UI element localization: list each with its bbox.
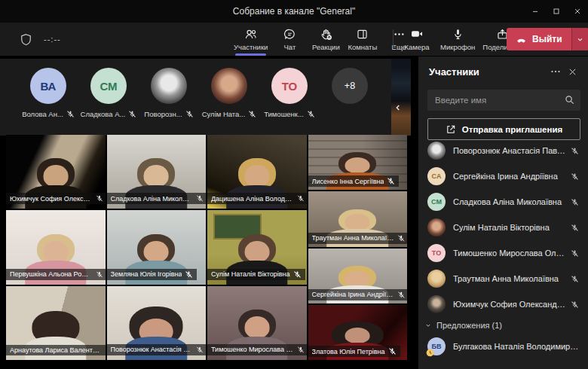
mic-muted-icon: [387, 177, 395, 185]
video-tile[interactable]: Златова Юлія Петрівна: [308, 305, 408, 360]
collapse-chevron-icon: [424, 322, 432, 329]
participant-row[interactable]: СМСладкова Аліна Миколаївна: [418, 189, 588, 215]
filmstrip-item: Поворозн...: [139, 68, 199, 118]
panel-title: Участники: [429, 66, 547, 78]
mic-muted-icon: [196, 346, 204, 354]
video-tile[interactable]: Арнаутова Лариса Валентино...: [6, 286, 106, 360]
participant-avatar[interactable]: [211, 68, 247, 104]
invite-icon: [446, 124, 456, 135]
suggestions-label: Предложения (1): [436, 321, 502, 330]
tab-label: Чат: [284, 43, 296, 51]
participant-row[interactable]: ТОТимошенко Мирослава Олегів...: [418, 240, 588, 266]
participant-row[interactable]: Поворознюк Анастасія Павлівна: [418, 138, 588, 163]
participant-avatar[interactable]: ВА: [30, 68, 66, 104]
video-column: Сладкова Аліна МиколаївнаЗемляна Юлія Іг…: [107, 135, 207, 360]
camera-button[interactable]: Камера: [397, 23, 436, 56]
participant-row[interactable]: САСергейкіна Ірина Андріївна: [418, 163, 588, 189]
chevron-left-icon: [393, 102, 403, 113]
avatar-label: Волова Ан...: [22, 110, 75, 118]
video-tile[interactable]: Траутман Анна Миколаївна: [308, 191, 408, 246]
video-tile[interactable]: Поворознюк Анастасія Пав...: [107, 286, 207, 360]
video-tile[interactable]: Земляна Юлія Ігорівна: [107, 210, 207, 284]
panel-more-button[interactable]: [547, 66, 564, 78]
overflow-avatar[interactable]: +8: [332, 68, 368, 104]
participants-list: Поворознюк Анастасія ПавлівнаСАСергейкін…: [418, 138, 588, 359]
video-tile[interactable]: Сулім Наталія Вікторівна: [207, 210, 307, 284]
participant-avatar: ТО: [427, 244, 446, 262]
mic-muted-icon: [96, 270, 103, 279]
camera-icon: [410, 27, 424, 41]
tab-chat[interactable]: Чат: [271, 23, 308, 56]
avatar-label: Тимошенк...: [264, 110, 315, 118]
video-tile[interactable]: Сладкова Аліна Миколаївна: [107, 135, 207, 209]
video-name-tag: Траутман Анна Миколаївна: [308, 233, 408, 244]
video-name-tag: Земляна Юлія Ігорівна: [107, 269, 198, 280]
video-tile[interactable]: Лисенко Інна Сергіївна: [308, 135, 408, 190]
participant-avatar[interactable]: ТО: [271, 68, 308, 104]
filmstrip-item: Сулім Ната...: [199, 68, 259, 118]
leave-split-button: Выйти: [507, 28, 588, 50]
leave-options-button[interactable]: [571, 28, 588, 50]
mic-muted-icon: [571, 172, 579, 181]
titlebar: Собрание в канале "General": [0, 0, 588, 23]
tab-label: Участники: [234, 43, 268, 51]
filmstrip-item: СМСладкова А...: [78, 68, 139, 118]
minimize-icon: [531, 7, 540, 16]
close-window-button[interactable]: [567, 0, 588, 23]
leave-button[interactable]: Выйти: [507, 28, 571, 50]
video-name-tag: Лисенко Інна Сергіївна: [308, 175, 400, 187]
window-controls: [525, 0, 588, 23]
tab-rooms[interactable]: Комнаты: [344, 23, 381, 56]
video-tile[interactable]: Тимошенко Мирослава Ол...: [207, 286, 307, 360]
video-tile[interactable]: Юхимчук София Олександ...: [6, 135, 106, 209]
video-column: Юхимчук София Олександ...Первушкіна Альо…: [6, 135, 106, 360]
video-name-tag: Сладкова Аліна Миколаївна: [107, 193, 207, 204]
mic-muted-icon: [248, 110, 256, 118]
video-tile[interactable]: Первушкіна Альона Романі...: [6, 210, 106, 284]
send-invitation-button[interactable]: Отправка приглашения: [427, 118, 580, 140]
filmstrip-collapse-button[interactable]: [393, 102, 403, 116]
mic-muted-icon: [297, 194, 305, 203]
video-grid: Юхимчук София Олександ...Первушкіна Альо…: [6, 135, 407, 360]
video-name-tag: Сулім Наталія Вікторівна: [207, 269, 305, 280]
participant-name: Траутман Анна Миколаївна: [453, 274, 566, 283]
participant-avatar: СА: [427, 167, 446, 185]
reactions-icon: [320, 28, 332, 41]
minimize-button[interactable]: [525, 0, 546, 23]
mic-muted-icon: [66, 110, 75, 118]
video-tile[interactable]: Сергейкіна Ірина Андріївна: [308, 249, 408, 303]
microphone-button[interactable]: Микрофон: [436, 23, 479, 56]
maximize-button[interactable]: [546, 0, 567, 23]
panel-close-button[interactable]: [564, 67, 580, 77]
video-name-tag: Поворознюк Анастасія Пав...: [107, 344, 207, 355]
rooms-icon: [356, 28, 369, 41]
tab-reactions[interactable]: Реакции: [308, 23, 344, 56]
suggestions-section-header[interactable]: Предложения (1): [418, 317, 588, 334]
video-tile[interactable]: Дацишена Аліна Володими...: [207, 135, 307, 209]
participant-avatar: [427, 218, 446, 236]
meeting-timer: --:--: [44, 35, 61, 44]
video-column: Лисенко Інна СергіївнаТраутман Анна Мико…: [308, 135, 408, 360]
participant-row[interactable]: Траутман Анна Миколаївна: [418, 266, 588, 291]
mic-muted-icon: [571, 300, 579, 309]
pending-clock-badge: [426, 349, 434, 357]
mic-muted-icon: [571, 275, 579, 283]
participant-avatar[interactable]: [151, 68, 187, 104]
participant-row[interactable]: Сулім Наталія Вікторівна: [418, 215, 588, 240]
mic-muted-icon: [388, 347, 397, 355]
participant-name: Булгакова Наталія Володимирівна: [453, 342, 579, 351]
tab-label: Реакции: [312, 43, 340, 51]
close-icon: [568, 67, 577, 77]
mic-muted-icon: [571, 249, 579, 258]
search-input[interactable]: [427, 90, 580, 111]
ellipsis-icon: [550, 66, 562, 78]
chat-icon: [283, 28, 296, 41]
participant-avatar[interactable]: СМ: [90, 68, 127, 104]
participant-row[interactable]: Юхимчук София Олександрівна: [418, 291, 588, 317]
mic-muted-icon: [571, 224, 579, 232]
participant-avatar: СМ: [427, 193, 446, 211]
window-title: Собрание в канале "General": [0, 0, 588, 23]
suggested-participant-row[interactable]: БВБулгакова Наталія Володимирівна: [418, 334, 588, 359]
participant-name: Юхимчук София Олександрівна: [453, 300, 566, 309]
tab-participants[interactable]: Участники: [230, 23, 271, 56]
